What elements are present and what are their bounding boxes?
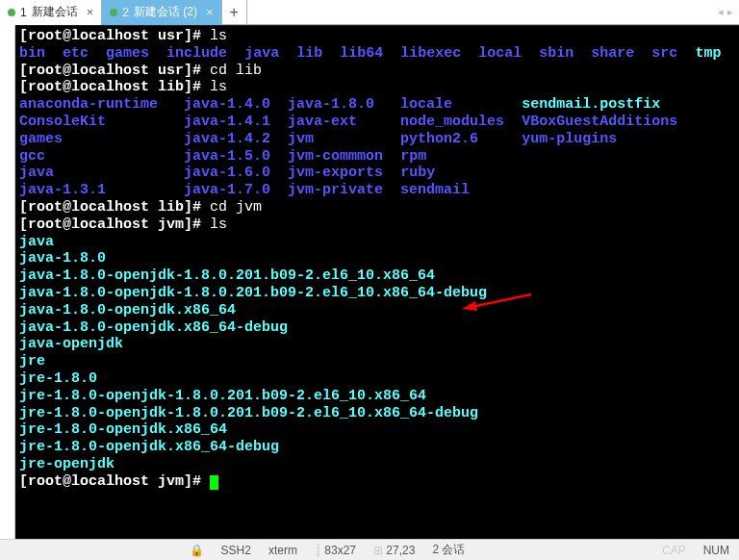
dir: java-ext <box>288 114 357 130</box>
prompt: [root@localhost usr]# <box>19 63 210 79</box>
dir: java-1.4.2 <box>184 131 270 147</box>
dir: bin <box>19 45 45 62</box>
tab-index: 1 <box>20 6 27 19</box>
tab-session-1[interactable]: 1 新建会话 × <box>0 0 102 25</box>
command: ls <box>210 216 227 233</box>
link: java-openjdk <box>19 336 123 352</box>
status-sessions: 2 会话 <box>432 542 465 558</box>
tab-bar: 1 新建会话 × 2 新建会话 (2) × + ◂ ▸ <box>0 0 739 25</box>
link: java-1.8.0 <box>19 250 106 267</box>
lock-icon: 🔒 <box>190 544 204 557</box>
dir: java-1.7.0 <box>184 182 270 198</box>
dir: jvm-exports <box>288 165 383 181</box>
dir: src <box>651 45 677 62</box>
link: jre-openjdk <box>19 456 115 472</box>
prompt: [root@localhost usr]# <box>19 28 210 44</box>
dir: python2.6 <box>400 131 478 147</box>
tab-nav-arrows: ◂ ▸ <box>718 6 739 18</box>
dir: java-1.6.0 <box>184 165 270 181</box>
dir: java <box>19 165 54 181</box>
prompt: [root@localhost jvm]# <box>19 216 210 233</box>
dir: anaconda-runtime <box>19 96 158 113</box>
status-pos: 27,23 <box>386 544 415 557</box>
dir: locale <box>400 96 452 113</box>
status-num: NUM <box>703 544 729 557</box>
dir: include <box>166 45 227 62</box>
dir: ConsoleKit <box>19 114 106 130</box>
dir: java-1.3.1 <box>19 182 106 198</box>
link: jre-1.8.0-openjdk-1.8.0.201.b09-2.el6_10… <box>19 405 478 421</box>
link: tmp <box>695 45 721 62</box>
dir: lib64 <box>340 45 383 62</box>
prompt: [root@localhost jvm]# <box>19 473 210 490</box>
dir: etc <box>63 45 89 62</box>
status-dot-icon <box>110 9 117 16</box>
add-tab-button[interactable]: + <box>222 0 247 25</box>
command: cd lib <box>210 63 262 79</box>
dir: libexec <box>400 45 461 62</box>
dir: yum-plugins <box>522 131 617 147</box>
dir: rpm <box>400 148 426 165</box>
link: java-1.8.0-openjdk-1.8.0.201.b09-2.el6_1… <box>19 267 435 284</box>
status-cap: CAP <box>662 544 686 557</box>
status-bar: 🔒 SSH2 xterm ┋ 83x27 ⊞ 27,23 2 会话 CAP NU… <box>0 539 739 560</box>
link: jre <box>19 353 45 369</box>
status-dot-icon <box>8 9 15 16</box>
chevron-left-icon[interactable]: ◂ <box>718 6 724 18</box>
dir: jvm <box>288 131 314 147</box>
prompt: [root@localhost lib]# <box>19 199 210 216</box>
dir: java-1.8.0 <box>288 96 374 113</box>
tab-session-2[interactable]: 2 新建会话 (2) × <box>102 0 221 25</box>
link: jre-1.8.0-openjdk.x86_64-debug <box>19 439 279 455</box>
tab-label: 新建会话 <box>32 4 78 20</box>
link: java-1.8.0-openjdk-1.8.0.201.b09-2.el6_1… <box>19 285 487 301</box>
dir: games <box>19 131 63 147</box>
link: sendmail.postfix <box>522 96 660 113</box>
status-term: xterm <box>268 544 297 557</box>
tab-index: 2 <box>122 6 129 19</box>
dir: java-1.5.0 <box>184 148 270 165</box>
prompt: [root@localhost lib]# <box>19 79 210 95</box>
dir: lib <box>296 45 322 62</box>
dir: sbin <box>539 45 573 62</box>
dir: sendmail <box>400 182 470 198</box>
link: java-1.8.0-openjdk.x86_64 <box>19 302 236 318</box>
status-protocol: SSH2 <box>221 544 251 557</box>
dir: games <box>106 45 149 62</box>
dir: java <box>244 45 279 62</box>
command: ls <box>210 79 227 95</box>
dir: ruby <box>400 165 435 181</box>
dir: java-1.4.1 <box>184 114 270 130</box>
dir: jvm-commmon <box>288 148 383 165</box>
link: java-1.8.0-openjdk.x86_64-debug <box>19 319 288 336</box>
dir: java-1.4.0 <box>184 96 270 113</box>
command: ls <box>210 28 227 44</box>
close-icon[interactable]: × <box>206 5 214 19</box>
cursor-icon <box>210 475 218 490</box>
link: java <box>19 234 54 250</box>
dir: share <box>591 45 634 62</box>
link: jre-1.8.0 <box>19 370 97 387</box>
link: jre-1.8.0-openjdk.x86_64 <box>19 421 227 438</box>
chevron-right-icon[interactable]: ▸ <box>727 6 733 18</box>
status-size: 83x27 <box>324 544 356 557</box>
command: cd jvm <box>210 199 262 216</box>
close-icon[interactable]: × <box>87 5 94 19</box>
terminal-output[interactable]: [root@localhost usr]# ls bin etc games i… <box>15 25 739 539</box>
dir: VBoxGuestAdditions <box>522 114 677 130</box>
svg-marker-1 <box>462 301 477 311</box>
dir: local <box>478 45 522 62</box>
dir: gcc <box>19 148 45 165</box>
dir: node_modules <box>400 114 504 130</box>
link: jre-1.8.0-openjdk-1.8.0.201.b09-2.el6_10… <box>19 388 426 404</box>
dir: jvm-private <box>288 182 383 198</box>
left-gutter <box>0 25 15 539</box>
tab-label: 新建会话 (2) <box>134 4 197 20</box>
